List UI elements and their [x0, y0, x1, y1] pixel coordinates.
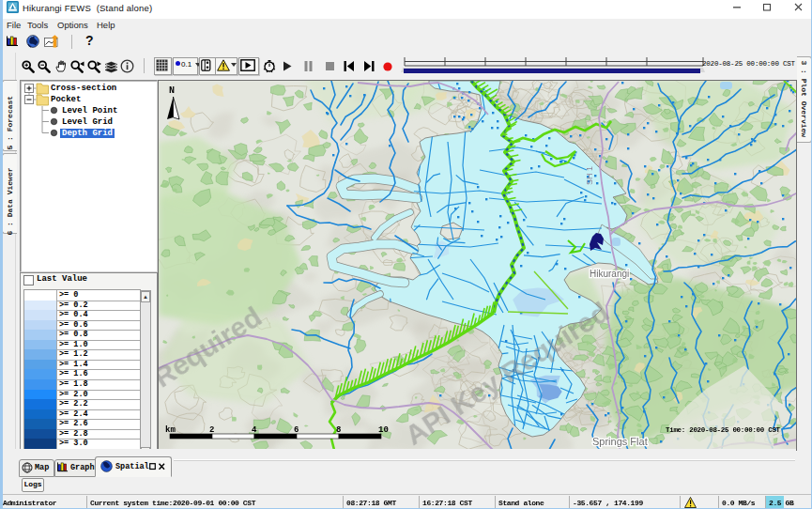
svg-text:2: 2	[209, 425, 214, 435]
svg-text:4: 4	[252, 425, 257, 435]
svg-text:6: 6	[294, 425, 299, 435]
svg-text:SH 1: SH 1	[585, 166, 594, 185]
svg-text:8: 8	[336, 425, 341, 435]
svg-text:10: 10	[378, 425, 389, 435]
svg-text:km: km	[165, 425, 176, 435]
svg-text:N: N	[169, 85, 175, 96]
svg-text:Springs Flat: Springs Flat	[592, 436, 648, 447]
svg-text:Hikurangi: Hikurangi	[590, 269, 629, 279]
svg-text:Time: 2020-08-25 00:00:00 CST: Time: 2020-08-25 00:00:00 CST	[666, 426, 781, 434]
